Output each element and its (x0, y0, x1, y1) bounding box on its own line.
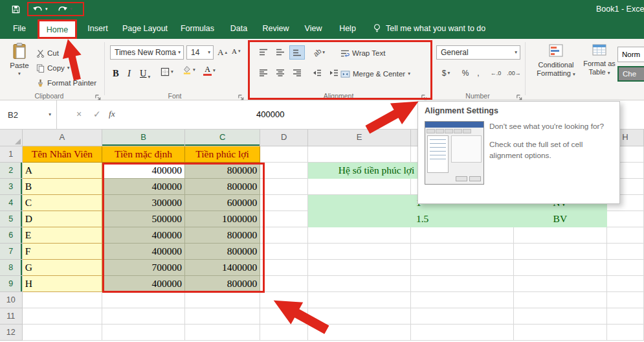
select-all-button[interactable] (0, 130, 22, 146)
cell-A8[interactable]: G (22, 259, 102, 275)
font-name-combo[interactable]: Times New Roma ▾ (110, 45, 184, 60)
cell-B1[interactable]: Tiền mặc định (102, 146, 185, 162)
cell-A1[interactable]: Tên Nhân Viên (22, 146, 102, 162)
cell-B11[interactable] (102, 308, 185, 324)
align-left-button[interactable] (256, 66, 271, 80)
cell-F8[interactable] (410, 259, 513, 275)
cell-D8[interactable] (260, 259, 308, 275)
cell-G6[interactable] (513, 227, 606, 243)
cell-C7[interactable]: 800000 (185, 243, 260, 259)
copy-button[interactable]: Copy ▾ (36, 62, 70, 74)
cell-A6[interactable]: E (22, 227, 102, 243)
tab-help[interactable]: Help (335, 18, 360, 39)
percent-style-button[interactable]: % (460, 66, 471, 80)
cell-E6[interactable] (308, 227, 411, 243)
tab-file[interactable]: File (6, 18, 32, 39)
tab-view[interactable]: View (300, 18, 326, 39)
cell-A2[interactable]: A (22, 162, 102, 178)
row-header-6[interactable]: 6 (0, 227, 22, 243)
align-middle-button[interactable] (272, 45, 288, 60)
decrease-font-size-button[interactable]: A ▾ (232, 47, 240, 55)
cell-A10[interactable] (22, 291, 102, 308)
cell-D5[interactable] (260, 211, 308, 227)
copy-dropdown-caret[interactable]: ▾ (67, 65, 70, 71)
cell-C8[interactable]: 1400000 (185, 259, 260, 275)
cell-H9[interactable] (606, 275, 643, 291)
cell-A9[interactable]: H (22, 275, 102, 291)
font-size-caret[interactable]: ▾ (208, 50, 210, 55)
row-header-3[interactable]: 3 (0, 178, 22, 194)
cell-D4[interactable] (260, 194, 308, 211)
column-header-A[interactable]: A (22, 130, 102, 146)
undo-dropdown-caret[interactable]: ▾ (45, 6, 48, 12)
accounting-caret[interactable]: ▾ (447, 71, 450, 76)
cell-G11[interactable] (513, 308, 606, 324)
cell-E11[interactable] (308, 308, 411, 324)
cell-H5[interactable] (606, 211, 643, 227)
bold-button[interactable]: B (113, 66, 119, 80)
cell-E9[interactable] (308, 275, 411, 291)
cell-H6[interactable] (606, 227, 643, 243)
cell-H10[interactable] (606, 291, 643, 308)
cell-style-normal[interactable]: Norm (617, 47, 644, 62)
cell-G8[interactable] (513, 259, 606, 275)
row-header-9[interactable]: 9 (0, 275, 22, 291)
cell-C1[interactable]: Tiền phúc lợi (185, 146, 260, 162)
column-header-C[interactable]: C (185, 130, 260, 146)
cell-H12[interactable] (606, 324, 643, 340)
cell-F6[interactable] (410, 227, 513, 243)
cell-C2[interactable]: 800000 (185, 162, 260, 178)
cell-C4[interactable]: 600000 (185, 194, 260, 211)
cell-B3[interactable]: 400000 (102, 178, 185, 194)
cell-A4[interactable]: C (22, 194, 102, 211)
cell-E3[interactable] (308, 178, 411, 194)
cell-D6[interactable] (260, 227, 308, 243)
row-header-12[interactable]: 12 (0, 324, 22, 340)
font-size-combo[interactable]: 14 ▾ (186, 45, 214, 60)
undo-button[interactable] (31, 3, 44, 15)
cell-B12[interactable] (102, 324, 185, 340)
cell-B8[interactable]: 700000 (102, 259, 185, 275)
comma-style-button[interactable]: , (474, 66, 483, 80)
cell-C3[interactable]: 800000 (185, 178, 260, 194)
redo-dropdown-caret[interactable]: ▾ (70, 6, 72, 12)
cell-E7[interactable] (308, 243, 411, 259)
cell-D2[interactable] (260, 162, 308, 178)
name-box-caret[interactable]: ▾ (49, 112, 51, 117)
cell-B10[interactable] (102, 291, 185, 308)
paste-dropdown-caret[interactable]: ▾ (18, 71, 21, 76)
font-color-button[interactable]: A ▾ (203, 65, 216, 76)
format-painter-button[interactable]: Format Painter (36, 76, 96, 89)
underline-caret[interactable]: ▾ (148, 74, 150, 80)
align-bottom-button[interactable] (289, 45, 305, 60)
cell-E12[interactable] (308, 324, 411, 340)
tab-home[interactable]: Home (39, 21, 76, 39)
cell-D3[interactable] (260, 178, 308, 194)
cell-D7[interactable] (260, 243, 308, 259)
align-right-button[interactable] (289, 66, 305, 80)
cell-D11[interactable] (260, 308, 308, 324)
cancel-button[interactable]: × (76, 109, 82, 119)
row-header-1[interactable]: 1 (0, 146, 22, 162)
cell-G9[interactable] (513, 275, 606, 291)
row-header-4[interactable]: 4 (0, 194, 22, 211)
cell-B5[interactable]: 500000 (102, 211, 185, 227)
cell-F9[interactable] (410, 275, 513, 291)
increase-font-size-button[interactable]: A ▴ (217, 47, 227, 58)
cell-H8[interactable] (606, 259, 643, 275)
increase-indent-button[interactable] (326, 66, 342, 80)
row-header-10[interactable]: 10 (0, 291, 22, 308)
cell-G10[interactable] (513, 291, 606, 308)
column-header-B[interactable]: B (102, 130, 185, 146)
decrease-indent-button[interactable] (309, 66, 325, 80)
borders-button[interactable]: ▾ (161, 67, 173, 76)
tab-insert[interactable]: Insert (83, 18, 113, 39)
cell-C6[interactable]: 800000 (185, 227, 260, 243)
cell-B4[interactable]: 300000 (102, 194, 185, 211)
cell-D9[interactable] (260, 275, 308, 291)
cell-C12[interactable] (185, 324, 260, 340)
redo-button[interactable] (56, 3, 69, 15)
number-format-caret[interactable]: ▾ (515, 50, 517, 55)
accounting-format-button[interactable]: $ ▾ (438, 66, 454, 80)
number-dialog-launcher[interactable] (516, 92, 524, 100)
